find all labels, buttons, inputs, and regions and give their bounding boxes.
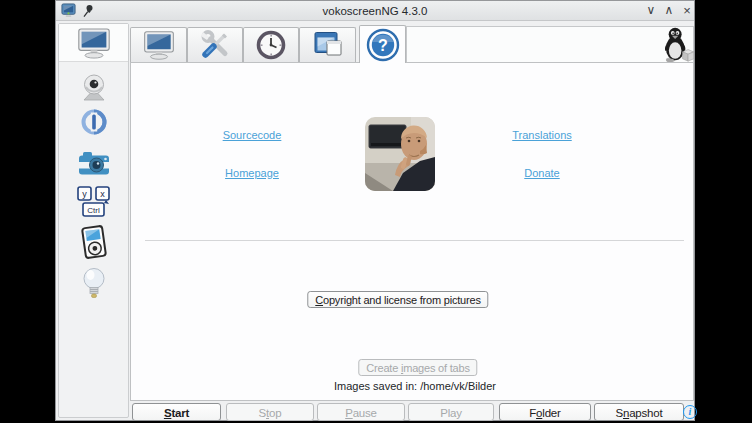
copyright-license-button[interactable]: Copyright and license from pictures bbox=[307, 291, 488, 308]
tab-timer[interactable] bbox=[243, 27, 299, 62]
homepage-link[interactable]: Homepage bbox=[225, 167, 279, 179]
windows-cascade-icon bbox=[312, 29, 344, 61]
tools-icon bbox=[199, 29, 231, 61]
sidebar-item-camera[interactable] bbox=[76, 146, 112, 182]
window-title: vokoscreenNG 4.3.0 bbox=[56, 1, 694, 21]
start-button[interactable]: Start bbox=[132, 403, 221, 421]
help-tab-panel: Sourcecode Homepage Translations Donate bbox=[130, 62, 694, 401]
sidebar-item-systray[interactable] bbox=[76, 104, 112, 140]
desktop-background: { "app": { "title": "vokoscreenNG 4.3.0"… bbox=[0, 0, 752, 423]
button-mnemonic: C bbox=[315, 294, 323, 306]
tab-screencast[interactable] bbox=[130, 27, 187, 62]
app-window: vokoscreenNG 4.3.0 ∨ ∧ × bbox=[55, 0, 695, 421]
pause-button[interactable]: Pause bbox=[317, 403, 405, 421]
developer-photo bbox=[365, 117, 435, 191]
sidebar-item-webcam[interactable] bbox=[76, 70, 112, 106]
key-label-x: x bbox=[100, 189, 105, 199]
monitor-icon bbox=[76, 27, 112, 59]
tab-settings[interactable] bbox=[187, 27, 243, 62]
button-label: mages of tabs bbox=[403, 362, 470, 374]
media-player-icon bbox=[79, 225, 109, 259]
info-icon[interactable]: i bbox=[683, 405, 697, 419]
monitor-icon bbox=[142, 30, 176, 60]
power-ring-icon bbox=[80, 108, 108, 136]
folder-button[interactable]: Folder bbox=[499, 403, 591, 421]
close-button[interactable]: × bbox=[678, 1, 696, 21]
tux-penguin-icon bbox=[660, 26, 694, 63]
create-images-button[interactable]: Create images of tabs bbox=[358, 359, 477, 376]
sidebar-item-hotkeys[interactable]: y x Ctrl bbox=[76, 184, 112, 220]
tab-corner-area bbox=[406, 26, 694, 62]
minimize-button[interactable]: ∨ bbox=[642, 1, 660, 21]
donate-link[interactable]: Donate bbox=[524, 167, 559, 179]
key-label-ctrl: Ctrl bbox=[87, 206, 100, 215]
hotkeys-icon: y x Ctrl bbox=[76, 185, 112, 219]
clock-icon bbox=[255, 29, 287, 61]
separator-line bbox=[145, 240, 684, 241]
play-button[interactable]: Play bbox=[408, 403, 494, 421]
camera-icon bbox=[77, 149, 111, 179]
sourcecode-link[interactable]: Sourcecode bbox=[223, 129, 282, 141]
tab-help[interactable]: ? bbox=[359, 25, 406, 63]
plugin-sidebar: y x Ctrl bbox=[58, 23, 129, 418]
key-label-y: y bbox=[82, 189, 87, 199]
maximize-button[interactable]: ∧ bbox=[660, 1, 678, 21]
button-label: Create bbox=[366, 362, 401, 374]
sidebar-item-player[interactable] bbox=[76, 224, 112, 260]
webcam-icon bbox=[78, 72, 110, 104]
package-cube-icon bbox=[683, 50, 694, 62]
lightbulb-icon bbox=[80, 267, 108, 299]
sidebar-item-showclick[interactable] bbox=[76, 265, 112, 301]
title-bar[interactable]: vokoscreenNG 4.3.0 ∨ ∧ × bbox=[56, 1, 694, 21]
sidebar-item-screencast[interactable] bbox=[59, 24, 128, 62]
translations-link[interactable]: Translations bbox=[512, 129, 572, 141]
button-label: opyright and license from pictures bbox=[323, 294, 481, 306]
images-saved-path: Images saved in: /home/vk/Bilder bbox=[334, 380, 496, 392]
snapshot-button[interactable]: Snapshot bbox=[594, 403, 684, 421]
help-icon: ? bbox=[366, 28, 400, 62]
question-glyph: ? bbox=[378, 37, 388, 54]
tab-windows[interactable] bbox=[299, 27, 356, 62]
stop-button[interactable]: Stop bbox=[226, 403, 314, 421]
